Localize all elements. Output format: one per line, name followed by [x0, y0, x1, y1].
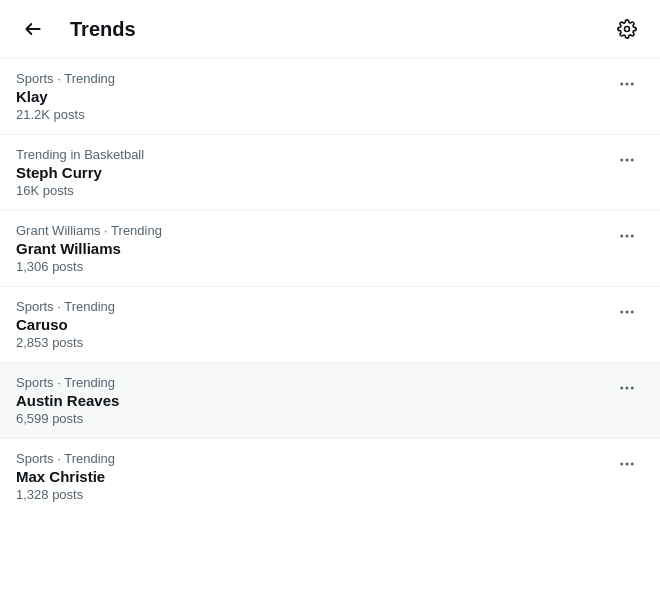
- trend-name: Caruso: [16, 316, 610, 333]
- trend-content: Sports · Trending Klay 21.2K posts: [16, 71, 610, 122]
- svg-point-14: [631, 387, 634, 390]
- svg-point-13: [626, 387, 629, 390]
- header-left: Trends: [16, 12, 136, 46]
- trend-item[interactable]: Grant Williams · Trending Grant Williams…: [0, 211, 660, 286]
- more-button[interactable]: [610, 219, 644, 253]
- trend-posts: 16K posts: [16, 183, 610, 198]
- more-icon: [618, 227, 636, 245]
- svg-point-6: [620, 235, 623, 238]
- svg-point-16: [626, 463, 629, 466]
- trend-item[interactable]: Sports · Trending Austin Reaves 6,599 po…: [0, 363, 660, 438]
- svg-point-5: [631, 159, 634, 162]
- trend-category: Trending in Basketball: [16, 147, 610, 162]
- svg-point-9: [620, 311, 623, 314]
- trend-content: Grant Williams · Trending Grant Williams…: [16, 223, 610, 274]
- trends-list: Sports · Trending Klay 21.2K posts Trend…: [0, 58, 660, 514]
- more-icon: [618, 75, 636, 93]
- trend-posts: 1,328 posts: [16, 487, 610, 502]
- svg-point-7: [626, 235, 629, 238]
- more-icon: [618, 455, 636, 473]
- svg-point-17: [631, 463, 634, 466]
- svg-point-15: [620, 463, 623, 466]
- trend-posts: 6,599 posts: [16, 411, 610, 426]
- svg-point-10: [626, 311, 629, 314]
- svg-point-8: [631, 235, 634, 238]
- trend-item[interactable]: Sports · Trending Klay 21.2K posts: [0, 59, 660, 134]
- more-button[interactable]: [610, 143, 644, 177]
- trends-page: Trends Sports · Trending Klay 21.2K post…: [0, 0, 660, 514]
- trend-content: Sports · Trending Caruso 2,853 posts: [16, 299, 610, 350]
- settings-button[interactable]: [610, 12, 644, 46]
- trend-name: Grant Williams: [16, 240, 610, 257]
- more-button[interactable]: [610, 67, 644, 101]
- trend-category: Grant Williams · Trending: [16, 223, 610, 238]
- more-button[interactable]: [610, 295, 644, 329]
- header: Trends: [0, 0, 660, 58]
- trend-content: Sports · Trending Max Christie 1,328 pos…: [16, 451, 610, 502]
- trend-item[interactable]: Sports · Trending Caruso 2,853 posts: [0, 287, 660, 362]
- more-icon: [618, 303, 636, 321]
- trend-item[interactable]: Trending in Basketball Steph Curry 16K p…: [0, 135, 660, 210]
- svg-point-4: [626, 159, 629, 162]
- trend-name: Klay: [16, 88, 610, 105]
- trend-category: Sports · Trending: [16, 375, 610, 390]
- trend-name: Austin Reaves: [16, 392, 610, 409]
- trend-item[interactable]: Sports · Trending Max Christie 1,328 pos…: [0, 439, 660, 514]
- trend-content: Sports · Trending Austin Reaves 6,599 po…: [16, 375, 610, 426]
- svg-point-1: [626, 83, 629, 86]
- trend-category: Sports · Trending: [16, 71, 610, 86]
- trend-posts: 1,306 posts: [16, 259, 610, 274]
- trend-category: Sports · Trending: [16, 299, 610, 314]
- more-icon: [618, 151, 636, 169]
- more-button[interactable]: [610, 447, 644, 481]
- trend-posts: 2,853 posts: [16, 335, 610, 350]
- svg-point-11: [631, 311, 634, 314]
- svg-point-0: [620, 83, 623, 86]
- gear-icon: [617, 19, 637, 39]
- svg-point-3: [620, 159, 623, 162]
- back-button[interactable]: [16, 12, 50, 46]
- trend-content: Trending in Basketball Steph Curry 16K p…: [16, 147, 610, 198]
- page-title: Trends: [70, 18, 136, 41]
- trend-name: Steph Curry: [16, 164, 610, 181]
- svg-point-2: [631, 83, 634, 86]
- trend-posts: 21.2K posts: [16, 107, 610, 122]
- svg-point-12: [620, 387, 623, 390]
- trend-name: Max Christie: [16, 468, 610, 485]
- trend-category: Sports · Trending: [16, 451, 610, 466]
- more-button[interactable]: [610, 371, 644, 405]
- more-icon: [618, 379, 636, 397]
- back-icon: [23, 19, 43, 39]
